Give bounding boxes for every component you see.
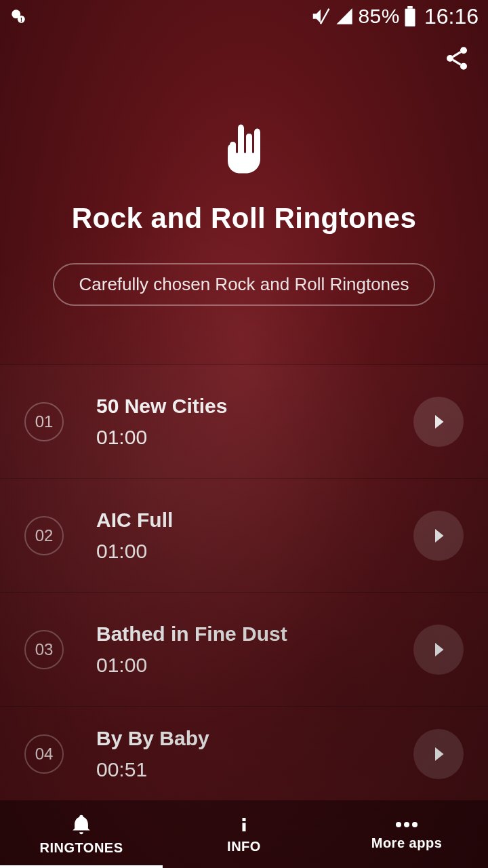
track-title: Bathed in Fine Dust <box>96 623 413 646</box>
svg-point-6 <box>460 47 467 54</box>
nav-more-apps[interactable]: More apps <box>325 800 488 868</box>
page-title: Rock and Roll Ringtones <box>72 202 417 235</box>
notification-icon: ! <box>9 7 27 25</box>
ringtone-row[interactable]: 04 By By Baby 00:51 <box>0 706 488 801</box>
svg-line-3 <box>321 9 329 24</box>
signal-icon <box>335 7 354 26</box>
app-header: Rock and Roll Ringtones Carefully chosen… <box>0 84 488 347</box>
battery-icon <box>404 6 416 26</box>
track-duration: 01:00 <box>96 426 413 449</box>
track-index: 01 <box>24 402 64 441</box>
svg-point-13 <box>412 822 418 827</box>
play-button[interactable] <box>413 625 464 675</box>
nav-label: RINGTONES <box>39 840 123 856</box>
track-duration: 01:00 <box>96 654 413 677</box>
svg-point-7 <box>447 55 453 62</box>
ringtone-row[interactable]: 02 AIC Full 01:00 <box>0 478 488 592</box>
track-title: 50 New Cities <box>96 395 413 418</box>
svg-rect-10 <box>243 818 246 821</box>
mute-icon <box>310 6 331 26</box>
track-duration: 01:00 <box>96 540 413 563</box>
track-duration: 00:51 <box>96 758 413 781</box>
bottom-nav: RINGTONES INFO More apps <box>0 800 488 868</box>
track-title: By By Baby <box>96 727 413 750</box>
track-title: AIC Full <box>96 509 413 532</box>
ringtone-row[interactable]: 01 50 New Cities 01:00 <box>0 364 488 478</box>
battery-percentage: 85% <box>358 5 400 28</box>
nav-ringtones[interactable]: RINGTONES <box>0 800 163 868</box>
ringtone-row[interactable]: 03 Bathed in Fine Dust 01:00 <box>0 592 488 706</box>
svg-point-11 <box>396 822 401 827</box>
play-button[interactable] <box>413 511 464 561</box>
bell-icon <box>70 813 93 836</box>
status-bar: ! 85% 16:16 <box>0 0 488 33</box>
track-index: 02 <box>24 516 64 555</box>
svg-rect-4 <box>405 9 415 26</box>
svg-point-8 <box>460 63 467 70</box>
clock: 16:16 <box>424 4 479 29</box>
nav-label: More apps <box>371 835 443 851</box>
action-bar <box>0 33 488 84</box>
page-subtitle: Carefully chosen Rock and Roll Ringtones <box>53 263 434 306</box>
info-icon <box>234 814 254 835</box>
svg-rect-5 <box>407 6 413 9</box>
nav-info[interactable]: INFO <box>163 800 325 868</box>
track-index: 03 <box>24 630 64 669</box>
more-icon <box>393 818 420 831</box>
rock-hand-icon <box>220 118 268 178</box>
svg-point-12 <box>404 822 409 827</box>
ringtone-list: 01 50 New Cities 01:00 02 AIC Full 01:00… <box>0 364 488 801</box>
svg-text:!: ! <box>20 16 22 23</box>
share-button[interactable] <box>443 45 470 72</box>
play-button[interactable] <box>413 397 464 447</box>
svg-rect-9 <box>243 823 246 831</box>
play-button[interactable] <box>413 729 464 779</box>
nav-label: INFO <box>227 839 261 854</box>
track-index: 04 <box>24 734 64 774</box>
